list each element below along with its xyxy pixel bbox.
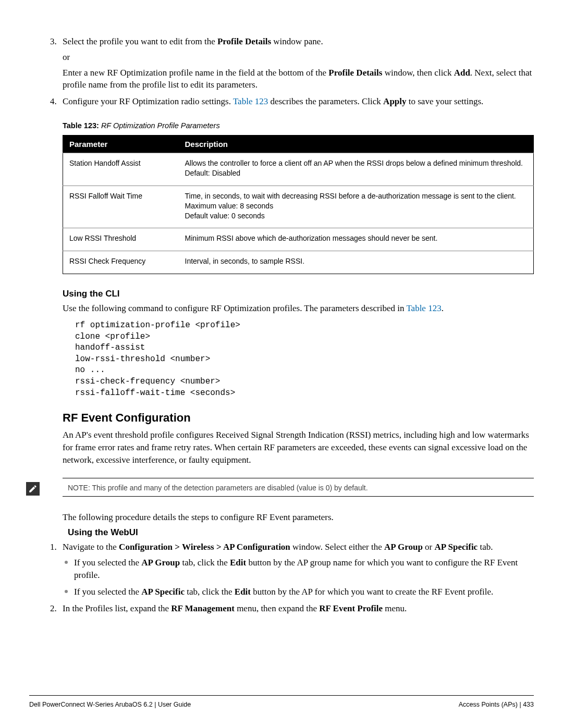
cell-desc: Interval, in seconds, to sample RSSI.	[179, 251, 534, 274]
webui-steps: Navigate to the Configuration > Wireless…	[63, 541, 534, 614]
cell-desc: Allows the controller to force a client …	[179, 153, 534, 186]
table-row: RSSI Falloff Wait Time Time, in seconds,…	[63, 186, 534, 228]
followup-text: The following procedure details the step…	[63, 511, 534, 524]
step-3-or: or	[63, 51, 534, 64]
cli-codeblock: rf optimization-profile <profile>clone <…	[75, 320, 534, 399]
bullet-ap-group: If you selected the AP Group tab, click …	[74, 557, 534, 582]
step-4: Configure your RF Optimization radio set…	[63, 95, 534, 108]
using-cli-heading: Using the CLI	[63, 289, 534, 299]
pencil-icon	[26, 482, 40, 496]
webui-bullets: If you selected the AP Group tab, click …	[74, 557, 534, 598]
table-row: Low RSSI Threshold Minimum RSSI above wh…	[63, 228, 534, 251]
note-text: NOTE: This profile and many of the detec…	[63, 478, 534, 496]
table-row: Station Handoff Assist Allows the contro…	[63, 153, 534, 186]
th-description: Description	[179, 135, 534, 153]
footer: Dell PowerConnect W-Series ArubaOS 6.2 |…	[29, 695, 534, 708]
footer-right: Access Points (APs) | 433	[459, 701, 534, 708]
note-block: NOTE: This profile and many of the detec…	[63, 478, 534, 497]
cell-param: Station Handoff Assist	[63, 153, 179, 186]
step-3-alt: Enter a new RF Optimization profile name…	[63, 67, 534, 92]
rf-event-heading: RF Event Configuration	[63, 411, 534, 425]
cli-intro: Use the following command to configure R…	[63, 302, 534, 315]
cell-param: Low RSSI Threshold	[63, 228, 179, 251]
step-4-text: Configure your RF Optimization radio set…	[63, 96, 483, 106]
bullet-ap-specific: If you selected the AP Specific tab, cli…	[74, 586, 534, 598]
footer-left: Dell PowerConnect W-Series ArubaOS 6.2 |…	[29, 701, 191, 708]
cell-desc: Time, in seconds, to wait with decreasin…	[179, 186, 534, 228]
th-parameter: Parameter	[63, 135, 179, 153]
step-3-text: Select the profile you want to edit from…	[63, 36, 323, 46]
table-123-link-2[interactable]: Table 123	[406, 303, 441, 313]
using-webui-heading: Using the WebUI	[68, 527, 534, 538]
ordered-steps: Select the profile you want to edit from…	[63, 35, 534, 108]
cell-param: RSSI Falloff Wait Time	[63, 186, 179, 228]
cell-desc: Minimum RSSI above which de-authorizatio…	[179, 228, 534, 251]
table-row: RSSI Check Frequency Interval, in second…	[63, 251, 534, 274]
webui-step-2: In the Profiles list, expand the RF Mana…	[63, 602, 534, 615]
table-123: Parameter Description Station Handoff As…	[63, 135, 534, 274]
table-123-link[interactable]: Table 123	[233, 96, 268, 106]
cell-param: RSSI Check Frequency	[63, 251, 179, 274]
rf-event-intro: An AP's event threshold profile configur…	[63, 429, 534, 466]
step-3: Select the profile you want to edit from…	[63, 35, 534, 91]
table-caption: Table 123: RF Optimization Profile Param…	[63, 121, 534, 130]
webui-step-1: Navigate to the Configuration > Wireless…	[63, 541, 534, 598]
